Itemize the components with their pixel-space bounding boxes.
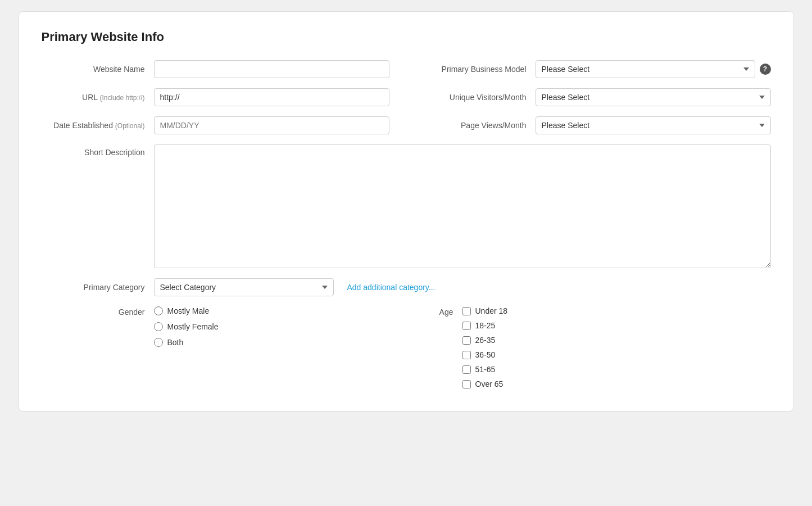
age-block: Age Under 18 18-25 26-35 [406,306,771,388]
page-views-select[interactable]: Please Select [536,116,771,134]
page-views-label: Page Views/Month [423,121,536,130]
age-51-65[interactable]: 51-65 [462,365,508,374]
age-36-50-checkbox[interactable] [462,351,471,359]
age-36-50-label: 36-50 [475,350,496,359]
age-under18[interactable]: Under 18 [462,306,508,315]
primary-category-row: Primary Category Select Category Add add… [42,278,771,296]
gender-age-section: Gender Mostly Male Mostly Female Both [42,306,771,388]
gender-both-radio[interactable] [154,338,163,347]
age-18-25[interactable]: 18-25 [462,321,508,330]
age-under18-checkbox[interactable] [462,307,471,315]
age-label: Age [406,306,462,317]
gender-radio-group: Mostly Male Mostly Female Both [154,306,219,347]
help-icon[interactable]: ? [760,64,771,75]
unique-visitors-label: Unique Visitors/Month [423,93,536,102]
age-26-35[interactable]: 26-35 [462,336,508,345]
form-grid: Website Name Primary Business Model Plea… [42,60,771,388]
short-description-textarea[interactable] [154,144,771,268]
unique-visitors-row: Unique Visitors/Month Please Select [423,88,771,106]
primary-website-info-card: Primary Website Info Website Name Primar… [19,11,794,412]
date-established-input[interactable] [154,116,389,134]
age-26-35-label: 26-35 [475,336,496,345]
website-name-row: Website Name [42,60,389,78]
gender-mostly-female-label: Mostly Female [167,322,219,331]
gender-mostly-male-radio[interactable] [154,306,163,315]
url-input[interactable] [154,88,389,106]
gender-mostly-male-label: Mostly Male [167,306,210,315]
add-additional-category-link[interactable]: Add additional category... [347,283,436,292]
url-label: URL (Include http://) [42,93,154,102]
age-18-25-checkbox[interactable] [462,322,471,330]
gender-mostly-female[interactable]: Mostly Female [154,322,219,331]
gender-mostly-female-radio[interactable] [154,322,163,331]
gender-label: Gender [42,306,154,317]
primary-business-model-select[interactable]: Please Select [536,60,755,78]
gender-mostly-male[interactable]: Mostly Male [154,306,219,315]
age-over65-checkbox[interactable] [462,380,471,388]
gender-both[interactable]: Both [154,338,219,347]
short-description-row: Short Description [42,144,771,268]
age-51-65-checkbox[interactable] [462,365,471,374]
page-title: Primary Website Info [42,30,771,44]
website-name-input[interactable] [154,60,389,78]
primary-business-model-field: Please Select ? [536,60,771,78]
primary-category-select[interactable]: Select Category [154,278,334,296]
unique-visitors-select[interactable]: Please Select [536,88,771,106]
age-26-35-checkbox[interactable] [462,336,471,345]
short-description-label: Short Description [42,144,154,157]
gender-block: Gender Mostly Male Mostly Female Both [42,306,406,347]
date-established-row: Date Established (Optional) [42,116,389,134]
date-established-label: Date Established (Optional) [42,121,154,130]
primary-category-label: Primary Category [42,283,154,292]
age-over65-label: Over 65 [475,379,503,388]
url-row: URL (Include http://) [42,88,389,106]
age-18-25-label: 18-25 [475,321,496,330]
page-views-row: Page Views/Month Please Select [423,116,771,134]
primary-business-model-row: Primary Business Model Please Select ? [423,60,771,78]
age-under18-label: Under 18 [475,306,508,315]
website-name-label: Website Name [42,65,154,74]
age-36-50[interactable]: 36-50 [462,350,508,359]
primary-business-model-label: Primary Business Model [423,65,536,74]
age-over65[interactable]: Over 65 [462,379,508,388]
age-checkbox-group: Under 18 18-25 26-35 36-50 [462,306,508,388]
gender-both-label: Both [167,338,184,347]
age-51-65-label: 51-65 [475,365,496,374]
